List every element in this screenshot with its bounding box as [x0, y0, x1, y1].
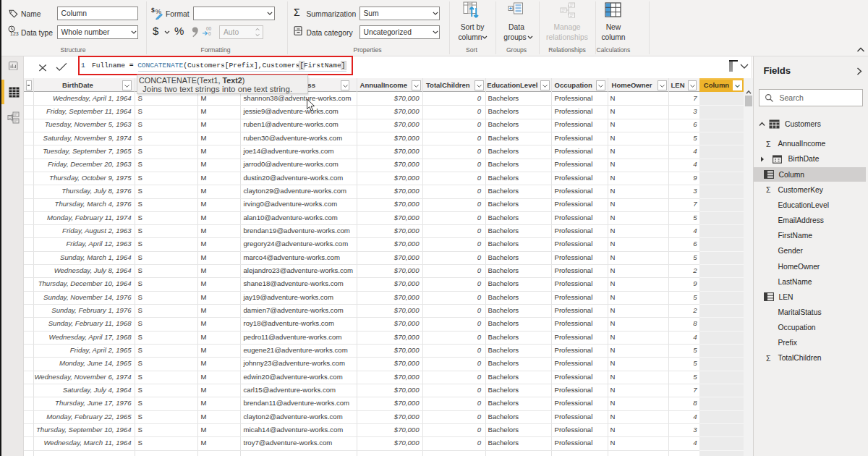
svg-text:00: 00	[206, 26, 212, 31]
svg-text:$: $	[151, 7, 155, 14]
svg-text:0: 0	[208, 31, 211, 36]
svg-text:123: 123	[10, 31, 19, 36]
